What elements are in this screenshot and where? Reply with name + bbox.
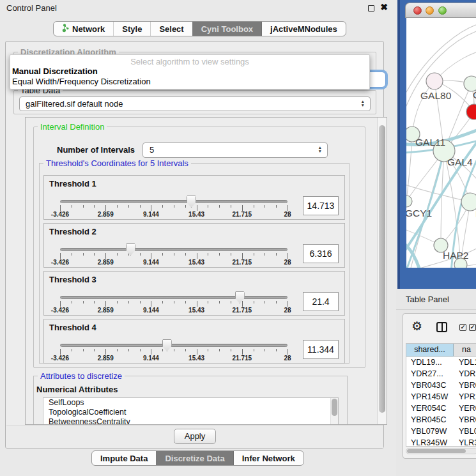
tab-label: Network <box>72 24 105 34</box>
table-row[interactable]: YBR043CYBR0 <box>406 380 476 391</box>
threshold-value-field[interactable]: 14.713 <box>303 196 339 215</box>
slider-ticks <box>60 349 288 355</box>
thresholds-group: Threshold's Coordinates for 5 Intervals … <box>39 163 349 364</box>
table-row[interactable]: YPR145WYPR1 <box>406 391 476 403</box>
tab-label: Cyni Toolbox <box>201 24 253 34</box>
column-header-name[interactable]: na <box>454 344 476 357</box>
table-cell: YDL1 <box>454 357 476 368</box>
tab-label: Discretize Data <box>165 454 224 463</box>
network-node-label: GA <box>473 89 476 100</box>
table-row[interactable]: YBL079WYBL0 <box>406 426 476 437</box>
attributes-group-label: Attributes to discretize <box>38 371 125 381</box>
threshold-slider[interactable]: -3.4262.8599.14415.4321.71528 <box>60 224 288 268</box>
scrollbar-thumb[interactable] <box>407 449 466 453</box>
attributes-group: Attributes to discretize Numerical Attri… <box>33 376 348 425</box>
attribute-list-item[interactable]: BetweennessCentrality <box>43 417 338 425</box>
interval-definition-label: Interval Definition <box>38 122 107 132</box>
table-row[interactable]: YBR045CYBR0 <box>406 414 476 426</box>
table-cell: YBR0 <box>454 414 476 426</box>
table-row[interactable]: YLR345WYLR3 <box>406 437 476 447</box>
slider-track[interactable] <box>60 248 288 251</box>
tab-label: Impute Data <box>100 454 148 463</box>
numerical-attributes-list[interactable]: SelfLoopsTopologicalCoefficientBetweenne… <box>43 397 339 425</box>
column-header-shared[interactable]: shared... <box>406 344 454 357</box>
close-traffic-light[interactable] <box>413 6 422 15</box>
tab-discretize-data[interactable]: Discretize Data <box>156 451 233 465</box>
tab-impute-data[interactable]: Impute Data <box>92 451 156 465</box>
network-node-c[interactable] <box>466 104 476 119</box>
table-panel-title: Table Panel <box>406 295 449 304</box>
table-cell: YPR145W <box>406 391 454 403</box>
network-node-label: GAL11 <box>415 137 445 148</box>
scrollbar-thumb[interactable] <box>379 125 385 413</box>
split-columns-icon[interactable] <box>436 322 447 332</box>
threshold-value-field[interactable]: 21.4 <box>303 292 339 311</box>
checkbox-icon[interactable]: ✓ <box>469 324 476 331</box>
threshold-2-box: Threshold 2-3.4262.8599.14415.4321.71528… <box>43 223 345 268</box>
tab-label: Select <box>159 24 183 34</box>
tab-select[interactable]: Select <box>150 22 192 36</box>
table-row[interactable]: YDL19...YDL1 <box>406 357 476 368</box>
table-cell: YBR0 <box>454 380 476 391</box>
network-node-label: HAP2 <box>443 250 469 261</box>
tab-label: Style <box>122 24 142 34</box>
threshold-value-field[interactable]: 11.344 <box>303 340 339 359</box>
apply-button[interactable]: Apply <box>174 429 216 444</box>
threshold-1-box: Threshold 1-3.4262.8599.14415.4321.71528… <box>43 175 345 220</box>
tab-style[interactable]: Style <box>113 22 150 36</box>
threshold-slider[interactable]: -3.4262.8599.14415.4321.71528 <box>60 176 288 220</box>
table-cell: YPR1 <box>454 391 476 403</box>
threshold-slider[interactable]: -3.4262.8599.14415.4321.71528 <box>60 272 288 316</box>
algorithm-dropdown-popup: Select algorithm to view settings Manual… <box>10 54 370 89</box>
float-window-icon[interactable] <box>368 5 374 12</box>
control-panel: Control Panel ✖ NetworkStyleSelectCyni T… <box>0 0 396 476</box>
table-panel-header: Table Panel <box>396 289 476 310</box>
table-horizontal-scrollbar[interactable] <box>406 448 476 454</box>
threshold-4-box: Threshold 4-3.4262.8599.14415.4321.71528… <box>43 319 345 364</box>
panel-title: Control Panel <box>6 3 57 13</box>
interval-definition-group: Interval Definition Number of Intervals … <box>33 127 365 368</box>
table-cell: YDR2 <box>454 368 476 380</box>
network-node-h[interactable] <box>461 193 476 211</box>
slider-track[interactable] <box>60 200 288 203</box>
minimize-traffic-light[interactable] <box>426 6 434 15</box>
zoom-traffic-light[interactable] <box>438 6 447 15</box>
table-row[interactable]: YER054CYER0 <box>406 403 476 414</box>
table-header-row: shared... na <box>406 344 476 357</box>
algorithm-option[interactable]: Equal Width/Frequency Discretization <box>10 77 369 87</box>
algorithm-option[interactable]: Manual Discretization <box>10 66 369 77</box>
tab-jactivemnodules[interactable]: jActiveMNodules <box>261 22 346 36</box>
tab-network[interactable]: Network <box>54 22 113 36</box>
slider-track[interactable] <box>60 344 288 347</box>
table-data-combobox[interactable]: galFiltered.sif default node ▲▼ <box>19 96 371 111</box>
tab-infer-network[interactable]: Infer Network <box>233 451 303 465</box>
panel-vertical-scrollbar[interactable] <box>377 118 387 424</box>
close-icon[interactable]: ✖ <box>380 2 388 12</box>
attribute-list-item[interactable]: TopologicalCoefficient <box>43 408 338 417</box>
settings-scroll-panel: Interval Definition Number of Intervals … <box>25 117 387 425</box>
number-of-intervals-combobox[interactable]: 5 ▲▼ <box>142 142 328 158</box>
gear-icon[interactable]: ⚙ <box>411 319 422 334</box>
network-window-titlebar <box>405 3 476 18</box>
attribute-list-item[interactable]: SelfLoops <box>43 398 338 408</box>
checkbox-icon[interactable]: ✓ <box>459 324 466 331</box>
network-node-gcy1[interactable] <box>406 196 412 207</box>
network-view-window: GAL80GACGAL11GAL4GCY1HHAP2 <box>397 0 476 289</box>
algorithm-hint: Select algorithm to view settings <box>10 57 369 66</box>
algorithm-options: Manual DiscretizationEqual Width/Frequen… <box>10 66 369 87</box>
table-cell: YER0 <box>454 403 476 414</box>
tab-cyni-toolbox[interactable]: Cyni Toolbox <box>192 22 261 36</box>
tab-label: Infer Network <box>242 454 295 463</box>
threshold-value-field[interactable]: 6.316 <box>303 244 339 263</box>
control-panel-titlebar: Control Panel ✖ <box>0 0 396 17</box>
network-node-gal80[interactable] <box>426 73 443 89</box>
attributes-scrollbar[interactable] <box>330 398 338 425</box>
slider-ticks <box>60 205 288 211</box>
table-data-value: galFiltered.sif default node <box>26 99 123 109</box>
network-node-label: GAL80 <box>420 90 452 101</box>
threshold-slider[interactable]: -3.4262.8599.14415.4321.71528 <box>60 319 288 364</box>
table-row[interactable]: YDR27...YDR2 <box>406 368 476 380</box>
network-canvas[interactable]: GAL80GACGAL11GAL4GCY1HHAP2 <box>406 18 476 268</box>
slider-track[interactable] <box>60 296 288 299</box>
network-node-label: GCY1 <box>406 208 432 219</box>
